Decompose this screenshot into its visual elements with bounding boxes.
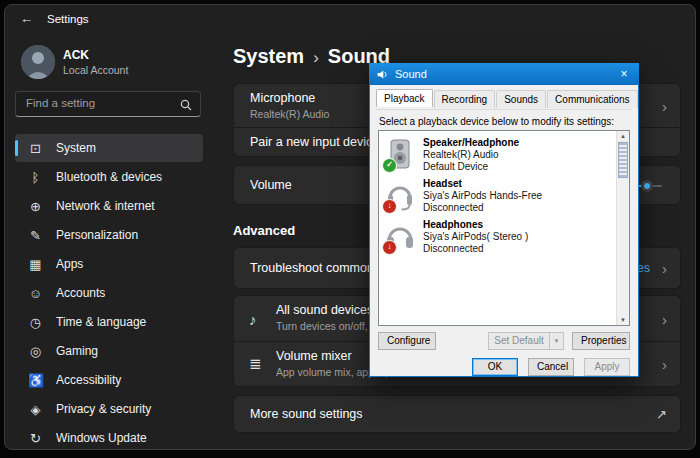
gamepad-icon: ◎ (28, 344, 43, 359)
tab-communications[interactable]: Communications (547, 90, 637, 108)
all-sound-devices-title: All sound devices (276, 303, 373, 317)
ok-button[interactable]: OK (472, 358, 518, 376)
brush-icon: ✎ (28, 228, 43, 243)
sidebar-item-time-language[interactable]: ◷ Time & language (15, 308, 203, 336)
app-title: Settings (47, 13, 89, 25)
configure-button[interactable]: Configure (378, 332, 436, 350)
sidebar-item-accounts[interactable]: ☺ Accounts (15, 279, 203, 307)
cancel-button[interactable]: Cancel (528, 358, 574, 376)
tab-sounds[interactable]: Sounds (496, 90, 546, 108)
sidebar-item-personalization[interactable]: ✎ Personalization (15, 221, 203, 249)
shield-icon: ◈ (28, 402, 43, 417)
playback-device-list: ✓ Speaker/Headphone Realtek(R) Audio Def… (378, 130, 630, 326)
properties-button[interactable]: Properties (572, 332, 630, 350)
list-scrollbar[interactable]: ▲ ▼ (616, 131, 629, 325)
sidebar-nav: ⊡ System ᛒ Bluetooth & devices ⊕ Network… (5, 133, 213, 450)
back-button[interactable]: ← (20, 11, 33, 26)
sidebar-item-windows-update[interactable]: ↻ Windows Update (15, 424, 203, 450)
avatar-photo (21, 45, 55, 79)
chevron-right-icon: › (662, 260, 667, 277)
sidebar-item-label: System (56, 141, 96, 155)
search-box (15, 91, 201, 117)
disconnected-icon: ↓ (382, 199, 397, 214)
accessibility-icon: ♿ (28, 373, 43, 388)
sound-dialog-body: Playback Recording Sounds Communications… (369, 85, 639, 377)
device-status: Disconnected (423, 202, 484, 213)
breadcrumb: System›Sound (233, 45, 390, 68)
sidebar: ACK Local Account ⊡ System ᛒ Bluetooth &… (5, 33, 213, 449)
sound-dialog-title: Sound (395, 68, 427, 80)
sidebar-item-gaming[interactable]: ◎ Gaming (15, 337, 203, 365)
set-default-label: Set Default (489, 333, 549, 349)
sidebar-item-label: Gaming (56, 344, 98, 358)
sidebar-item-label: Personalization (56, 228, 138, 242)
clock-icon: ◷ (28, 315, 43, 330)
volume-mixer-title: Volume mixer (276, 349, 352, 363)
speaker-icon (376, 68, 389, 81)
apps-grid-icon: ▦ (28, 257, 43, 272)
sidebar-item-label: Privacy & security (56, 402, 151, 416)
breadcrumb-system[interactable]: System (233, 45, 304, 67)
device-actions-row: Configure Set Default ▼ Properties (378, 332, 630, 350)
device-name: Headphones (423, 219, 483, 230)
dialog-footer-buttons: OK Cancel Apply (472, 358, 630, 376)
set-default-button[interactable]: Set Default ▼ (488, 332, 564, 350)
scrollbar-thumb[interactable] (618, 142, 628, 178)
scroll-down-icon[interactable]: ▼ (617, 315, 629, 325)
device-detail: Realtek(R) Audio (423, 149, 499, 160)
sidebar-item-apps[interactable]: ▦ Apps (15, 250, 203, 278)
device-detail: Siya's AirPods Hands-Free (423, 190, 542, 201)
person-icon: ☺ (28, 286, 43, 301)
device-item-headset[interactable]: ↓ Headset Siya's AirPods Hands-Free Disc… (383, 176, 609, 216)
advanced-section-heading: Advanced (233, 223, 295, 238)
avatar[interactable] (21, 45, 55, 79)
close-icon[interactable]: × (609, 63, 639, 85)
tab-divider (376, 109, 632, 110)
user-account-type: Local Account (63, 64, 128, 76)
volume-slider-thumb[interactable] (641, 180, 653, 192)
volume-title: Volume (250, 178, 292, 192)
device-name: Headset (423, 178, 462, 189)
sidebar-item-label: Accessibility (56, 373, 121, 387)
sidebar-item-bluetooth-devices[interactable]: ᛒ Bluetooth & devices (15, 163, 203, 191)
device-status: Disconnected (423, 243, 484, 254)
speaker-icon: ♪ (249, 310, 257, 327)
pair-input-title: Pair a new input device (250, 135, 379, 149)
chevron-right-icon: › (662, 310, 667, 327)
sidebar-item-accessibility[interactable]: ♿ Accessibility (15, 366, 203, 394)
chevron-right-icon: › (662, 97, 667, 114)
sidebar-item-system[interactable]: ⊡ System (15, 134, 203, 162)
sidebar-item-label: Accounts (56, 286, 105, 300)
sound-dialog-titlebar[interactable]: Sound × (369, 63, 639, 85)
search-input[interactable] (16, 92, 176, 114)
user-name: ACK (63, 48, 89, 62)
settings-window: ← Settings ACK Local Account ⊡ System (4, 4, 696, 450)
external-link-icon: ↗ (656, 407, 667, 422)
device-item-headphones[interactable]: ↓ Headphones Siya's AirPods( Stereo ) Di… (383, 217, 609, 257)
tab-recording[interactable]: Recording (434, 90, 496, 108)
bluetooth-icon: ᛒ (28, 170, 43, 185)
more-sound-settings-title: More sound settings (250, 407, 363, 421)
more-sound-settings-row[interactable]: More sound settings ↗ (233, 395, 681, 433)
sidebar-item-label: Network & internet (56, 199, 155, 213)
microphone-subtitle: Realtek(R) Audio (250, 108, 329, 120)
device-detail: Siya's AirPods( Stereo ) (423, 231, 528, 242)
titlebar: ← Settings (5, 5, 695, 33)
device-status: Default Device (423, 161, 488, 172)
device-name: Speaker/Headphone (423, 137, 519, 148)
update-arrows-icon: ↻ (28, 431, 43, 446)
sidebar-item-label: Bluetooth & devices (56, 170, 162, 184)
microphone-title: Microphone (250, 91, 315, 105)
dropdown-arrow-icon[interactable]: ▼ (549, 333, 563, 349)
breadcrumb-separator: › (313, 48, 319, 67)
mixer-sliders-icon: ≣ (249, 355, 262, 373)
chevron-right-icon: › (662, 356, 667, 373)
scroll-up-icon[interactable]: ▲ (617, 131, 629, 141)
tab-playback[interactable]: Playback (376, 89, 433, 107)
sound-dialog: Sound × Playback Recording Sounds Commun… (369, 63, 639, 377)
system-icon: ⊡ (28, 141, 43, 156)
sidebar-item-network-internet[interactable]: ⊕ Network & internet (15, 192, 203, 220)
sidebar-item-privacy-security[interactable]: ◈ Privacy & security (15, 395, 203, 423)
apply-button[interactable]: Apply (584, 358, 630, 376)
device-item-speaker-headphone[interactable]: ✓ Speaker/Headphone Realtek(R) Audio Def… (383, 135, 609, 175)
